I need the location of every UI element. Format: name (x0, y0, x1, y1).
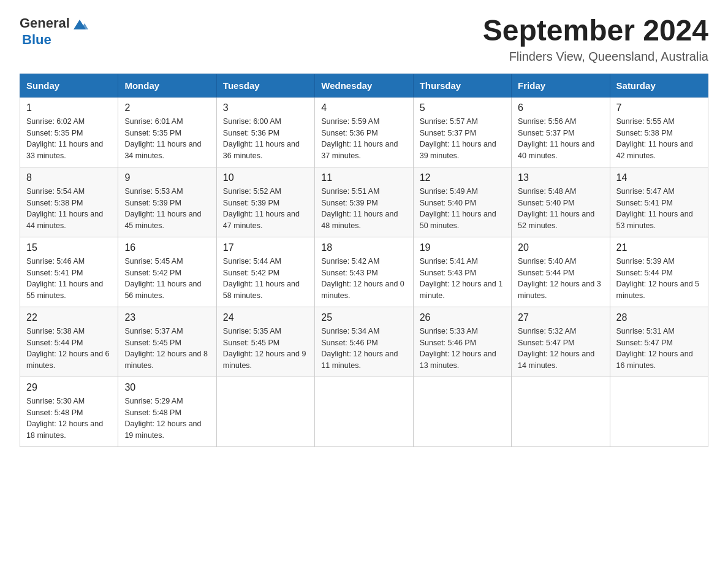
day-number: 29 (26, 382, 112, 393)
day-info: Sunrise: 5:52 AM Sunset: 5:39 PM Dayligh… (223, 186, 308, 232)
header-wednesday: Wednesday (315, 74, 413, 97)
day-info: Sunrise: 5:59 AM Sunset: 5:36 PM Dayligh… (321, 116, 406, 162)
header-friday: Friday (512, 74, 610, 97)
day-info: Sunrise: 5:40 AM Sunset: 5:44 PM Dayligh… (518, 256, 603, 302)
table-row (216, 377, 314, 446)
header-thursday: Thursday (413, 74, 511, 97)
day-info: Sunrise: 6:01 AM Sunset: 5:35 PM Dayligh… (124, 116, 210, 162)
day-info: Sunrise: 5:35 AM Sunset: 5:45 PM Dayligh… (223, 326, 308, 372)
day-number: 15 (26, 242, 112, 253)
day-info: Sunrise: 5:38 AM Sunset: 5:44 PM Dayligh… (26, 326, 112, 372)
day-number: 1 (26, 102, 112, 113)
day-number: 26 (420, 312, 505, 323)
table-row: 23 Sunrise: 5:37 AM Sunset: 5:45 PM Dayl… (118, 307, 216, 377)
day-number: 5 (420, 102, 505, 113)
table-row (512, 377, 610, 446)
day-info: Sunrise: 5:48 AM Sunset: 5:40 PM Dayligh… (518, 186, 603, 232)
table-row: 9 Sunrise: 5:53 AM Sunset: 5:39 PM Dayli… (118, 167, 216, 237)
table-row: 14 Sunrise: 5:47 AM Sunset: 5:41 PM Dayl… (610, 167, 708, 237)
day-info: Sunrise: 5:32 AM Sunset: 5:47 PM Dayligh… (518, 326, 603, 372)
table-row: 5 Sunrise: 5:57 AM Sunset: 5:37 PM Dayli… (413, 97, 511, 167)
day-number: 23 (124, 312, 210, 323)
table-row: 28 Sunrise: 5:31 AM Sunset: 5:47 PM Dayl… (610, 307, 708, 377)
day-number: 4 (321, 102, 406, 113)
table-row: 13 Sunrise: 5:48 AM Sunset: 5:40 PM Dayl… (512, 167, 610, 237)
day-info: Sunrise: 5:45 AM Sunset: 5:42 PM Dayligh… (124, 256, 210, 302)
day-number: 2 (124, 102, 210, 113)
location-title: Flinders View, Queensland, Australia (483, 50, 708, 64)
logo: General Blue (20, 15, 89, 48)
table-row: 4 Sunrise: 5:59 AM Sunset: 5:36 PM Dayli… (315, 97, 413, 167)
day-number: 30 (124, 382, 210, 393)
table-row: 22 Sunrise: 5:38 AM Sunset: 5:44 PM Dayl… (20, 307, 118, 377)
day-info: Sunrise: 5:37 AM Sunset: 5:45 PM Dayligh… (124, 326, 210, 372)
logo-general-text: General (20, 15, 70, 31)
day-info: Sunrise: 6:00 AM Sunset: 5:36 PM Dayligh… (223, 116, 308, 162)
day-info: Sunrise: 5:56 AM Sunset: 5:37 PM Dayligh… (518, 116, 603, 162)
day-number: 20 (518, 242, 603, 253)
day-info: Sunrise: 5:33 AM Sunset: 5:46 PM Dayligh… (420, 326, 505, 372)
table-row: 29 Sunrise: 5:30 AM Sunset: 5:48 PM Dayl… (20, 377, 118, 446)
table-row: 16 Sunrise: 5:45 AM Sunset: 5:42 PM Dayl… (118, 237, 216, 307)
month-title: September 2024 (483, 15, 708, 47)
day-info: Sunrise: 5:41 AM Sunset: 5:43 PM Dayligh… (420, 256, 505, 302)
day-info: Sunrise: 6:02 AM Sunset: 5:35 PM Dayligh… (26, 116, 112, 162)
table-row: 20 Sunrise: 5:40 AM Sunset: 5:44 PM Dayl… (512, 237, 610, 307)
table-row: 1 Sunrise: 6:02 AM Sunset: 5:35 PM Dayli… (20, 97, 118, 167)
day-number: 14 (616, 172, 702, 183)
day-info: Sunrise: 5:57 AM Sunset: 5:37 PM Dayligh… (420, 116, 505, 162)
table-row (413, 377, 511, 446)
day-number: 11 (321, 172, 406, 183)
day-number: 16 (124, 242, 210, 253)
calendar-table: Sunday Monday Tuesday Wednesday Thursday… (20, 74, 708, 447)
table-row: 11 Sunrise: 5:51 AM Sunset: 5:39 PM Dayl… (315, 167, 413, 237)
table-row (315, 377, 413, 446)
day-number: 13 (518, 172, 603, 183)
table-row: 12 Sunrise: 5:49 AM Sunset: 5:40 PM Dayl… (413, 167, 511, 237)
day-number: 12 (420, 172, 505, 183)
page-header: General Blue September 2024 Flinders Vie… (20, 15, 708, 64)
day-info: Sunrise: 5:31 AM Sunset: 5:47 PM Dayligh… (616, 326, 702, 372)
day-number: 18 (321, 242, 406, 253)
day-number: 19 (420, 242, 505, 253)
day-info: Sunrise: 5:51 AM Sunset: 5:39 PM Dayligh… (321, 186, 406, 232)
day-number: 27 (518, 312, 603, 323)
table-row (610, 377, 708, 446)
logo-blue-text: Blue (22, 32, 51, 48)
day-info: Sunrise: 5:53 AM Sunset: 5:39 PM Dayligh… (124, 186, 210, 232)
table-row: 8 Sunrise: 5:54 AM Sunset: 5:38 PM Dayli… (20, 167, 118, 237)
table-row: 10 Sunrise: 5:52 AM Sunset: 5:39 PM Dayl… (216, 167, 314, 237)
table-row: 15 Sunrise: 5:46 AM Sunset: 5:41 PM Dayl… (20, 237, 118, 307)
table-row: 21 Sunrise: 5:39 AM Sunset: 5:44 PM Dayl… (610, 237, 708, 307)
day-number: 7 (616, 102, 702, 113)
day-info: Sunrise: 5:46 AM Sunset: 5:41 PM Dayligh… (26, 256, 112, 302)
day-info: Sunrise: 5:42 AM Sunset: 5:43 PM Dayligh… (321, 256, 406, 302)
header-saturday: Saturday (610, 74, 708, 97)
day-number: 22 (26, 312, 112, 323)
header-sunday: Sunday (20, 74, 118, 97)
table-row: 6 Sunrise: 5:56 AM Sunset: 5:37 PM Dayli… (512, 97, 610, 167)
table-row: 2 Sunrise: 6:01 AM Sunset: 5:35 PM Dayli… (118, 97, 216, 167)
day-info: Sunrise: 5:44 AM Sunset: 5:42 PM Dayligh… (223, 256, 308, 302)
title-block: September 2024 Flinders View, Queensland… (483, 15, 708, 64)
logo-icon (71, 16, 88, 33)
day-number: 24 (223, 312, 308, 323)
table-row: 24 Sunrise: 5:35 AM Sunset: 5:45 PM Dayl… (216, 307, 314, 377)
day-info: Sunrise: 5:49 AM Sunset: 5:40 PM Dayligh… (420, 186, 505, 232)
day-number: 21 (616, 242, 702, 253)
table-row: 25 Sunrise: 5:34 AM Sunset: 5:46 PM Dayl… (315, 307, 413, 377)
table-row: 30 Sunrise: 5:29 AM Sunset: 5:48 PM Dayl… (118, 377, 216, 446)
calendar-body: 1 Sunrise: 6:02 AM Sunset: 5:35 PM Dayli… (20, 97, 708, 446)
calendar-header: Sunday Monday Tuesday Wednesday Thursday… (20, 74, 708, 97)
day-number: 17 (223, 242, 308, 253)
table-row: 19 Sunrise: 5:41 AM Sunset: 5:43 PM Dayl… (413, 237, 511, 307)
table-row: 7 Sunrise: 5:55 AM Sunset: 5:38 PM Dayli… (610, 97, 708, 167)
table-row: 27 Sunrise: 5:32 AM Sunset: 5:47 PM Dayl… (512, 307, 610, 377)
header-tuesday: Tuesday (216, 74, 314, 97)
day-number: 25 (321, 312, 406, 323)
day-info: Sunrise: 5:39 AM Sunset: 5:44 PM Dayligh… (616, 256, 702, 302)
day-number: 10 (223, 172, 308, 183)
day-info: Sunrise: 5:29 AM Sunset: 5:48 PM Dayligh… (124, 396, 210, 442)
day-info: Sunrise: 5:55 AM Sunset: 5:38 PM Dayligh… (616, 116, 702, 162)
day-number: 28 (616, 312, 702, 323)
